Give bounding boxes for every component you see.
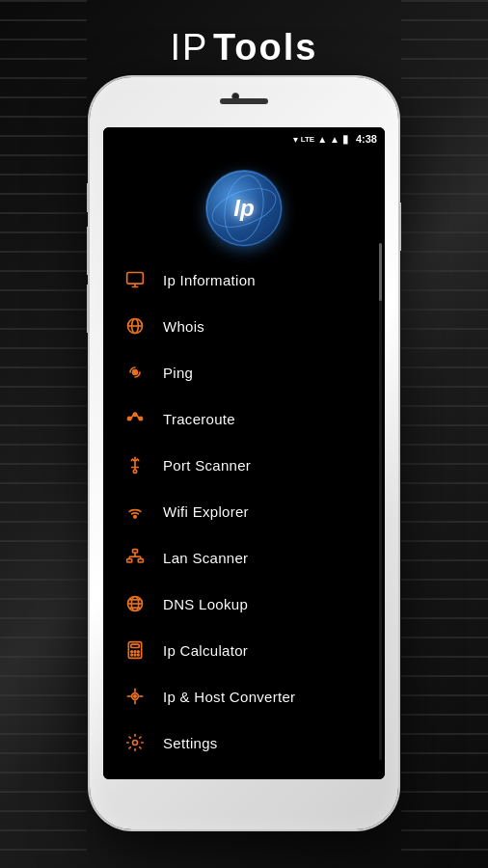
logo-text: Ip <box>233 195 254 222</box>
menu-label-dns-lookup: DNS Lookup <box>163 596 248 612</box>
traceroute-icon <box>122 406 148 431</box>
usb-icon <box>122 452 148 477</box>
lte-icon: LTE <box>301 135 315 144</box>
menu-item-settings[interactable]: Settings <box>103 719 385 766</box>
svg-point-6 <box>133 413 136 416</box>
menu-item-whois[interactable]: Whois <box>103 303 385 349</box>
svg-point-27 <box>131 654 133 656</box>
signal-bars-icon: ▲ <box>317 134 327 145</box>
svg-point-29 <box>138 654 140 656</box>
svg-rect-12 <box>138 559 143 562</box>
svg-point-5 <box>128 417 131 420</box>
svg-point-26 <box>138 651 140 653</box>
menu-label-wifi-explorer: Wifi Explorer <box>163 503 249 520</box>
scroll-thumb <box>379 243 382 301</box>
lan-icon <box>122 545 148 570</box>
page-header: IP Tools <box>0 27 488 68</box>
header-ip: IP <box>171 27 209 68</box>
svg-point-9 <box>134 516 137 519</box>
svg-point-36 <box>133 741 138 746</box>
status-time: 4:38 <box>356 133 377 145</box>
status-bar: ▾ LTE ▲ ▲ ▮ 4:38 <box>103 127 385 150</box>
menu-item-ip-host-converter[interactable]: Ip & Host Converter <box>103 673 385 719</box>
phone-device: ▾ LTE ▲ ▲ ▮ 4:38 Ip <box>90 77 398 829</box>
menu-label-ip-host-converter: Ip & Host Converter <box>163 689 295 705</box>
app-logo: Ip <box>205 170 283 247</box>
svg-point-24 <box>131 651 133 653</box>
volume-silent-button <box>87 183 90 212</box>
phone-shell: ▾ LTE ▲ ▲ ▮ 4:38 Ip <box>90 77 398 829</box>
menu-item-traceroute[interactable]: Traceroute <box>103 395 385 442</box>
volume-down-button <box>87 285 90 333</box>
svg-rect-10 <box>133 550 138 553</box>
hex-icon <box>122 684 148 709</box>
calculator-icon <box>122 637 148 663</box>
svg-rect-23 <box>131 644 139 647</box>
gear-icon <box>122 730 148 755</box>
battery-icon: ▮ <box>342 132 349 146</box>
menu-item-ip-information[interactable]: Ip Information <box>103 257 385 303</box>
menu-label-lan-scanner: Lan Scanner <box>163 550 248 566</box>
logo-area: Ip <box>205 150 283 257</box>
svg-point-35 <box>134 695 137 698</box>
menu-item-port-scanner[interactable]: Port Scanner <box>103 442 385 488</box>
monitor-icon <box>122 267 148 292</box>
volume-up-button <box>87 227 90 275</box>
globe-icon <box>122 591 148 616</box>
bg-texture-right <box>401 0 488 868</box>
scroll-indicator <box>379 243 382 760</box>
earpiece-speaker <box>220 98 268 104</box>
header-tools: Tools <box>213 27 318 68</box>
svg-point-28 <box>134 654 136 656</box>
menu-item-ping[interactable]: Ping <box>103 349 385 395</box>
bg-texture-left <box>0 0 87 868</box>
wifi-status-icon: ▾ <box>293 134 298 145</box>
svg-rect-11 <box>127 559 132 562</box>
menu-item-wifi-explorer[interactable]: Wifi Explorer <box>103 488 385 534</box>
svg-rect-0 <box>127 273 144 285</box>
menu-label-ip-information: Ip Information <box>163 272 256 288</box>
phone-screen: ▾ LTE ▲ ▲ ▮ 4:38 Ip <box>103 127 385 779</box>
menu-item-dns-lookup[interactable]: DNS Lookup <box>103 581 385 627</box>
globe-person-icon <box>122 313 148 339</box>
menu-label-traceroute: Traceroute <box>163 411 235 427</box>
svg-point-25 <box>134 651 136 653</box>
menu-item-lan-scanner[interactable]: Lan Scanner <box>103 534 385 581</box>
svg-point-7 <box>139 417 142 420</box>
menu-label-port-scanner: Port Scanner <box>163 457 251 474</box>
svg-point-4 <box>133 370 138 375</box>
signal-bars2-icon: ▲ <box>330 134 339 145</box>
menu-item-ip-calculator[interactable]: Ip Calculator <box>103 627 385 673</box>
wifi-icon <box>122 499 148 524</box>
menu-list: Ip Information Whois Ping Traceroute Por… <box>103 257 385 779</box>
ping-icon <box>122 360 148 385</box>
menu-label-ping: Ping <box>163 365 193 381</box>
menu-label-whois: Whois <box>163 318 204 335</box>
power-button <box>398 203 401 251</box>
svg-point-8 <box>133 470 136 473</box>
menu-label-settings: Settings <box>163 735 218 751</box>
menu-label-ip-calculator: Ip Calculator <box>163 642 248 659</box>
app-content: Ip Ip Information Whois Ping Traceroute … <box>103 150 385 779</box>
status-icons: ▾ LTE ▲ ▲ ▮ 4:38 <box>293 132 377 146</box>
